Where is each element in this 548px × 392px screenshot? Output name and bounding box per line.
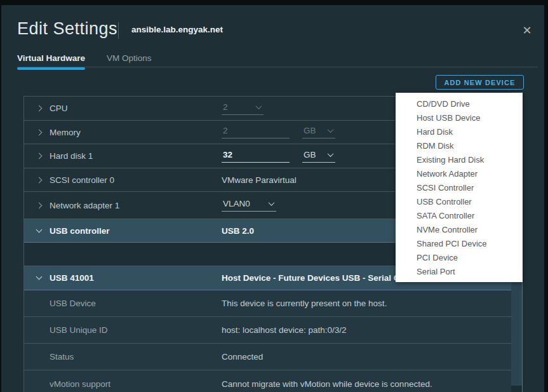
status-value: Connected bbox=[222, 352, 263, 362]
memory-unit-select[interactable]: GB bbox=[302, 126, 335, 139]
tab-bar: Virtual Hardware VM Options bbox=[17, 53, 173, 67]
row-usb-unique-id: USB Unique ID host: localhost device: pa… bbox=[24, 317, 512, 344]
dialog-title: Edit Settings bbox=[17, 19, 117, 39]
add-device-menu-item[interactable]: Shared PCI Device bbox=[396, 237, 523, 251]
add-device-menu-item[interactable]: CD/DVD Drive bbox=[396, 97, 523, 111]
add-device-menu-item[interactable]: Serial Port bbox=[396, 265, 523, 279]
select-caret-icon bbox=[256, 103, 262, 109]
add-device-menu-item[interactable]: SATA Controller bbox=[396, 209, 523, 223]
add-device-menu-item[interactable]: Existing Hard Disk bbox=[396, 153, 523, 167]
add-device-menu-item[interactable]: RDM Disk bbox=[396, 139, 523, 153]
row-label-usb-device: USB Device bbox=[50, 299, 96, 308]
usb-controller-value: USB 2.0 bbox=[222, 226, 254, 236]
tab-vm-options[interactable]: VM Options bbox=[107, 53, 152, 67]
close-icon[interactable]: ✕ bbox=[519, 23, 535, 38]
add-device-menu-item[interactable]: SCSI Controller bbox=[396, 181, 523, 195]
row-label-network: Network adapter 1 bbox=[50, 201, 119, 210]
select-caret-icon bbox=[269, 199, 275, 206]
add-device-menu-item[interactable]: USB Controller bbox=[396, 195, 523, 209]
cpu-count-select[interactable]: 2 bbox=[222, 102, 264, 115]
vm-name: ansible.lab.engyak.net bbox=[131, 25, 223, 34]
row-usb-device: USB Device This device is currently pres… bbox=[24, 290, 512, 317]
row-label-usb-controller: USB controller bbox=[50, 226, 110, 236]
chevron-right-icon[interactable] bbox=[36, 153, 43, 159]
chevron-right-icon[interactable] bbox=[36, 105, 43, 112]
row-vmotion-support: vMotion support Cannot migrate with vMot… bbox=[24, 370, 512, 392]
row-label-scsi: SCSI controller 0 bbox=[50, 175, 114, 185]
tab-divider bbox=[17, 67, 538, 67]
add-new-device-button[interactable]: ADD NEW DEVICE bbox=[436, 75, 524, 90]
tab-virtual-hardware[interactable]: Virtual Hardware bbox=[17, 53, 85, 67]
add-device-menu-item[interactable]: NVMe Controller bbox=[396, 223, 523, 237]
hard-disk-size-input[interactable] bbox=[222, 150, 290, 163]
scsi-controller-value: VMware Paravirtual bbox=[222, 175, 297, 185]
usb-device-value: This device is currently present on the … bbox=[222, 299, 387, 308]
add-device-menu-item[interactable]: Network Adapter bbox=[396, 167, 523, 181]
hard-disk-unit-select[interactable]: GB bbox=[302, 150, 335, 163]
row-label-usb-unique-id: USB Unique ID bbox=[50, 325, 108, 335]
add-device-menu-item[interactable]: Host USB Device bbox=[396, 111, 523, 125]
chevron-right-icon[interactable] bbox=[36, 177, 43, 183]
select-caret-icon bbox=[328, 151, 334, 157]
vmotion-support-value: Cannot migrate with vMotion while device… bbox=[222, 379, 432, 389]
usb-41001-value: Host Device - Future Devices USB - Seria… bbox=[222, 273, 400, 283]
edit-settings-dialog: Edit Settings ansible.lab.engyak.net ✕ V… bbox=[1, 5, 544, 392]
select-caret-icon bbox=[328, 126, 334, 133]
memory-unit-value: GB bbox=[304, 126, 316, 135]
page-background: Edit Settings ansible.lab.engyak.net ✕ V… bbox=[0, 0, 548, 392]
hard-disk-unit-value: GB bbox=[304, 150, 316, 159]
title-separator bbox=[118, 22, 119, 39]
add-device-menu-item[interactable]: PCI Device bbox=[396, 251, 523, 265]
network-portgroup-value: VLAN0 bbox=[223, 199, 250, 208]
row-label-status: Status bbox=[50, 352, 74, 362]
chevron-down-icon[interactable] bbox=[36, 274, 43, 280]
row-label-usb-41001: USB 41001 bbox=[50, 273, 94, 283]
cpu-count-value: 2 bbox=[223, 102, 228, 112]
row-label-memory: Memory bbox=[50, 128, 81, 137]
usb-unique-id-value: host: localhost device: path:0/3/2 bbox=[222, 325, 347, 335]
row-label-vmotion: vMotion support bbox=[50, 379, 110, 389]
add-device-menu: CD/DVD DriveHost USB DeviceHard DiskRDM … bbox=[396, 93, 523, 282]
row-label-hard-disk: Hard disk 1 bbox=[50, 151, 93, 161]
row-status: Status Connected bbox=[24, 344, 512, 370]
add-device-menu-item[interactable]: Hard Disk bbox=[396, 125, 523, 139]
network-portgroup-select[interactable]: VLAN0 bbox=[222, 199, 276, 212]
chevron-right-icon[interactable] bbox=[36, 202, 43, 208]
memory-size-input[interactable] bbox=[222, 126, 290, 139]
chevron-right-icon[interactable] bbox=[36, 129, 43, 135]
row-label-cpu: CPU bbox=[50, 104, 68, 113]
chevron-down-icon[interactable] bbox=[36, 226, 43, 233]
